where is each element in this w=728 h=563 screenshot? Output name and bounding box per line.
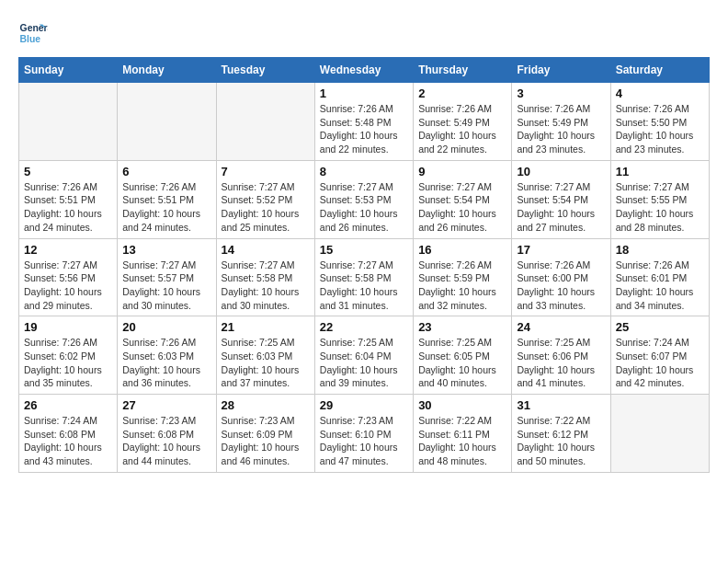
- calendar-cell: 9Sunrise: 7:27 AM Sunset: 5:54 PM Daylig…: [414, 160, 512, 238]
- calendar-cell: 27Sunrise: 7:23 AM Sunset: 6:08 PM Dayli…: [118, 395, 216, 473]
- cell-day-number: 2: [418, 86, 506, 100]
- cell-day-number: 6: [122, 165, 210, 178]
- cell-day-number: 27: [122, 398, 210, 412]
- cell-day-number: 29: [320, 398, 408, 412]
- cell-info: Sunrise: 7:27 AM Sunset: 5:58 PM Dayligh…: [320, 259, 408, 313]
- week-row-3: 19Sunrise: 7:26 AM Sunset: 6:02 PM Dayli…: [19, 316, 710, 395]
- cell-day-number: 9: [418, 165, 506, 178]
- calendar-cell: 5Sunrise: 7:26 AM Sunset: 5:51 PM Daylig…: [19, 160, 118, 238]
- calendar-cell: [19, 83, 118, 161]
- svg-text:General: General: [20, 23, 48, 33]
- calendar-table: SundayMondayTuesdayWednesdayThursdayFrid…: [18, 57, 710, 473]
- cell-day-number: 28: [222, 398, 310, 412]
- cell-info: Sunrise: 7:26 AM Sunset: 6:03 PM Dayligh…: [122, 336, 210, 390]
- cell-day-number: 14: [222, 243, 310, 257]
- cell-day-number: 26: [24, 398, 112, 412]
- cell-info: Sunrise: 7:26 AM Sunset: 5:59 PM Dayligh…: [418, 259, 506, 313]
- cell-info: Sunrise: 7:25 AM Sunset: 6:05 PM Dayligh…: [418, 336, 506, 390]
- header-sunday: Sunday: [19, 58, 118, 83]
- cell-info: Sunrise: 7:23 AM Sunset: 6:09 PM Dayligh…: [222, 414, 310, 468]
- cell-info: Sunrise: 7:27 AM Sunset: 5:57 PM Dayligh…: [122, 259, 210, 313]
- calendar-cell: 29Sunrise: 7:23 AM Sunset: 6:10 PM Dayli…: [314, 395, 413, 473]
- cell-day-number: 21: [222, 320, 310, 334]
- header-thursday: Thursday: [414, 58, 512, 83]
- calendar-cell: 1Sunrise: 7:26 AM Sunset: 5:48 PM Daylig…: [314, 83, 413, 161]
- header-wednesday: Wednesday: [314, 58, 413, 83]
- cell-day-number: 22: [320, 320, 408, 334]
- cell-day-number: 10: [517, 165, 605, 178]
- calendar-cell: 24Sunrise: 7:25 AM Sunset: 6:06 PM Dayli…: [512, 316, 610, 395]
- cell-day-number: 19: [24, 320, 112, 334]
- cell-day-number: 24: [517, 320, 605, 334]
- header-friday: Friday: [512, 58, 610, 83]
- cell-info: Sunrise: 7:27 AM Sunset: 5:56 PM Dayligh…: [24, 259, 112, 313]
- cell-info: Sunrise: 7:23 AM Sunset: 6:08 PM Dayligh…: [122, 414, 210, 468]
- cell-day-number: 16: [418, 243, 506, 257]
- cell-info: Sunrise: 7:27 AM Sunset: 5:53 PM Dayligh…: [320, 180, 408, 235]
- cell-info: Sunrise: 7:25 AM Sunset: 6:04 PM Dayligh…: [320, 336, 408, 390]
- calendar-cell: 25Sunrise: 7:24 AM Sunset: 6:07 PM Dayli…: [610, 316, 709, 395]
- calendar-cell: 21Sunrise: 7:25 AM Sunset: 6:03 PM Dayli…: [216, 316, 314, 395]
- page-header: General Blue: [18, 18, 710, 48]
- cell-info: Sunrise: 7:27 AM Sunset: 5:54 PM Dayligh…: [517, 180, 605, 235]
- calendar-header-row: SundayMondayTuesdayWednesdayThursdayFrid…: [19, 58, 710, 83]
- cell-info: Sunrise: 7:27 AM Sunset: 5:52 PM Dayligh…: [222, 180, 310, 235]
- cell-info: Sunrise: 7:23 AM Sunset: 6:10 PM Dayligh…: [320, 414, 408, 468]
- calendar-cell: 20Sunrise: 7:26 AM Sunset: 6:03 PM Dayli…: [118, 316, 216, 395]
- cell-info: Sunrise: 7:22 AM Sunset: 6:11 PM Dayligh…: [418, 414, 506, 468]
- logo-icon: General Blue: [18, 18, 48, 48]
- cell-day-number: 13: [122, 243, 210, 257]
- cell-day-number: 7: [222, 165, 310, 178]
- cell-info: Sunrise: 7:26 AM Sunset: 6:02 PM Dayligh…: [24, 336, 112, 390]
- calendar-cell: 8Sunrise: 7:27 AM Sunset: 5:53 PM Daylig…: [314, 160, 413, 238]
- cell-info: Sunrise: 7:27 AM Sunset: 5:54 PM Dayligh…: [418, 180, 506, 235]
- calendar-cell: 31Sunrise: 7:22 AM Sunset: 6:12 PM Dayli…: [512, 395, 610, 473]
- week-row-1: 5Sunrise: 7:26 AM Sunset: 5:51 PM Daylig…: [19, 160, 710, 238]
- calendar-cell: 26Sunrise: 7:24 AM Sunset: 6:08 PM Dayli…: [19, 395, 118, 473]
- header-monday: Monday: [118, 58, 216, 83]
- header-saturday: Saturday: [610, 58, 709, 83]
- calendar-cell: [118, 83, 216, 161]
- cell-day-number: 8: [320, 165, 408, 178]
- calendar-cell: 22Sunrise: 7:25 AM Sunset: 6:04 PM Dayli…: [314, 316, 413, 395]
- calendar-cell: 6Sunrise: 7:26 AM Sunset: 5:51 PM Daylig…: [118, 160, 216, 238]
- calendar-cell: [610, 395, 709, 473]
- calendar-cell: 16Sunrise: 7:26 AM Sunset: 5:59 PM Dayli…: [414, 238, 512, 316]
- calendar-cell: 18Sunrise: 7:26 AM Sunset: 6:01 PM Dayli…: [610, 238, 709, 316]
- calendar-cell: 17Sunrise: 7:26 AM Sunset: 6:00 PM Dayli…: [512, 238, 610, 316]
- calendar-cell: 19Sunrise: 7:26 AM Sunset: 6:02 PM Dayli…: [19, 316, 118, 395]
- cell-info: Sunrise: 7:22 AM Sunset: 6:12 PM Dayligh…: [517, 414, 605, 468]
- calendar-cell: 15Sunrise: 7:27 AM Sunset: 5:58 PM Dayli…: [314, 238, 413, 316]
- week-row-4: 26Sunrise: 7:24 AM Sunset: 6:08 PM Dayli…: [19, 395, 710, 473]
- calendar-cell: 14Sunrise: 7:27 AM Sunset: 5:58 PM Dayli…: [216, 238, 314, 316]
- cell-info: Sunrise: 7:26 AM Sunset: 6:01 PM Dayligh…: [616, 259, 704, 313]
- cell-info: Sunrise: 7:26 AM Sunset: 5:49 PM Dayligh…: [418, 102, 506, 156]
- cell-day-number: 25: [616, 320, 704, 334]
- cell-info: Sunrise: 7:27 AM Sunset: 5:58 PM Dayligh…: [222, 259, 310, 313]
- cell-info: Sunrise: 7:26 AM Sunset: 5:50 PM Dayligh…: [616, 102, 704, 156]
- cell-info: Sunrise: 7:24 AM Sunset: 6:07 PM Dayligh…: [616, 336, 704, 390]
- week-row-0: 1Sunrise: 7:26 AM Sunset: 5:48 PM Daylig…: [19, 83, 710, 161]
- cell-day-number: 17: [517, 243, 605, 257]
- cell-day-number: 15: [320, 243, 408, 257]
- cell-day-number: 30: [418, 398, 506, 412]
- cell-info: Sunrise: 7:26 AM Sunset: 5:51 PM Dayligh…: [122, 180, 210, 235]
- cell-info: Sunrise: 7:26 AM Sunset: 5:48 PM Dayligh…: [320, 102, 408, 156]
- cell-day-number: 31: [517, 398, 605, 412]
- calendar-cell: 12Sunrise: 7:27 AM Sunset: 5:56 PM Dayli…: [19, 238, 118, 316]
- svg-text:Blue: Blue: [20, 34, 41, 44]
- calendar-cell: 10Sunrise: 7:27 AM Sunset: 5:54 PM Dayli…: [512, 160, 610, 238]
- calendar-cell: [216, 83, 314, 161]
- week-row-2: 12Sunrise: 7:27 AM Sunset: 5:56 PM Dayli…: [19, 238, 710, 316]
- calendar-cell: 13Sunrise: 7:27 AM Sunset: 5:57 PM Dayli…: [118, 238, 216, 316]
- cell-info: Sunrise: 7:25 AM Sunset: 6:06 PM Dayligh…: [517, 336, 605, 390]
- header-tuesday: Tuesday: [216, 58, 314, 83]
- logo: General Blue: [18, 18, 48, 48]
- cell-day-number: 23: [418, 320, 506, 334]
- calendar-cell: 11Sunrise: 7:27 AM Sunset: 5:55 PM Dayli…: [610, 160, 709, 238]
- calendar-cell: 2Sunrise: 7:26 AM Sunset: 5:49 PM Daylig…: [414, 83, 512, 161]
- cell-info: Sunrise: 7:26 AM Sunset: 5:49 PM Dayligh…: [517, 102, 605, 156]
- cell-info: Sunrise: 7:25 AM Sunset: 6:03 PM Dayligh…: [222, 336, 310, 390]
- cell-day-number: 5: [24, 165, 112, 178]
- calendar-cell: 4Sunrise: 7:26 AM Sunset: 5:50 PM Daylig…: [610, 83, 709, 161]
